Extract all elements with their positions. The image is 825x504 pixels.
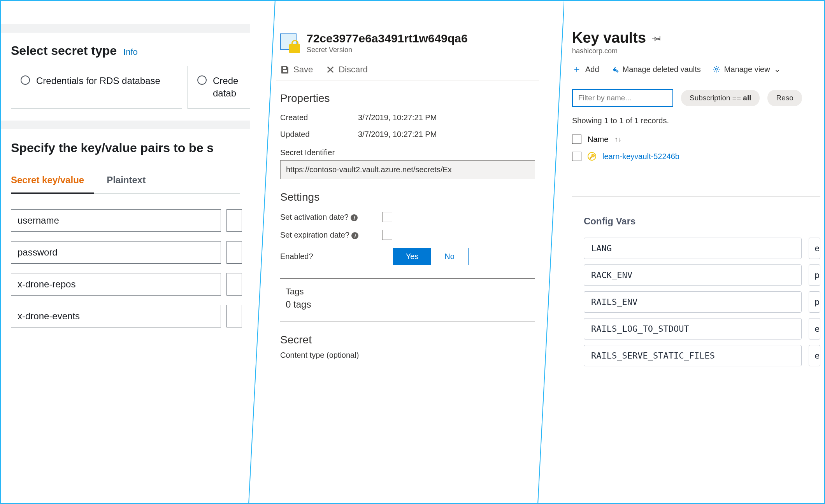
kv-row (11, 241, 240, 264)
specify-kv-heading: Specify the key/value pairs to be s (1, 129, 250, 163)
toggle-yes[interactable]: Yes (393, 248, 431, 265)
secret-type-options: Credentials for RDS database Crededatab (1, 66, 250, 121)
svg-point-0 (715, 68, 717, 70)
table-header: Name ↑↓ (572, 125, 820, 148)
config-var-value[interactable]: e (809, 345, 820, 366)
column-name[interactable]: Name (588, 135, 608, 144)
identifier-field[interactable]: https://contoso-vault2.vault.azure.net/s… (280, 160, 535, 179)
kv-value-input[interactable] (226, 241, 242, 264)
kv-key-input[interactable] (11, 273, 221, 296)
keyvaults-title-row: Key vaults (572, 12, 820, 46)
config-var-row: e (584, 238, 820, 259)
info-icon[interactable]: i (351, 214, 358, 221)
secret-heading: Secret (276, 322, 539, 351)
tab-plaintext[interactable]: Plaintext (107, 168, 156, 193)
properties-heading: Properties (276, 80, 539, 109)
pill-label: Subscription == (690, 94, 741, 102)
config-var-value[interactable]: e (809, 238, 820, 259)
plus-icon: ＋ (572, 63, 581, 75)
showing-records: Showing 1 to 1 of 1 records. (572, 107, 820, 125)
option-label: Crededatab (213, 75, 238, 100)
info-icon[interactable]: i (351, 232, 358, 239)
config-var-row: e (584, 318, 820, 340)
row-checkbox[interactable] (572, 152, 581, 161)
updated-label: Updated (280, 130, 358, 139)
manage-view-button[interactable]: Manage view ⌄ (713, 65, 781, 74)
kv-value-input[interactable] (226, 273, 242, 296)
select-secret-type-text: Select secret type (11, 44, 117, 58)
pill-value: all (743, 94, 751, 102)
close-icon (326, 65, 335, 74)
created-value: 3/7/2019, 10:27:21 PM (358, 113, 437, 122)
expiration-checkbox[interactable] (382, 230, 392, 240)
select-secret-type-heading: Select secret type Info (1, 33, 250, 66)
secret-lock-icon (280, 33, 300, 53)
kv-key-input[interactable] (11, 305, 221, 327)
config-var-name[interactable] (584, 345, 802, 366)
add-button[interactable]: ＋ Add (572, 63, 599, 75)
info-link[interactable]: Info (123, 47, 138, 57)
pin-icon[interactable] (652, 33, 662, 43)
option-rds-credentials[interactable]: Credentials for RDS database (11, 66, 182, 109)
option-other-credentials[interactable]: Crededatab (188, 66, 250, 109)
kv-value-input[interactable] (226, 305, 242, 327)
config-var-row: e (584, 345, 820, 366)
enabled-toggle[interactable]: Yes No (393, 248, 469, 265)
manage-deleted-button[interactable]: Manage deleted vaults (611, 65, 701, 74)
config-var-name[interactable] (584, 291, 802, 313)
option-label: Credentials for RDS database (36, 75, 160, 87)
config-var-name[interactable] (584, 264, 802, 286)
activation-checkbox[interactable] (382, 212, 392, 222)
select-all-checkbox[interactable] (572, 135, 581, 144)
tab-secret-key-value[interactable]: Secret key/value (11, 168, 94, 194)
config-var-value[interactable]: p (809, 264, 820, 286)
discard-label: Discard (339, 65, 368, 75)
secret-header: 72ce3977e6a3491rt1w649qa6 Secret Version (276, 24, 539, 59)
manage-deleted-label: Manage deleted vaults (623, 65, 701, 74)
secret-version-title: 72ce3977e6a3491rt1w649qa6 (307, 32, 468, 45)
radio-icon (197, 75, 207, 85)
enabled-label: Enabled? (280, 252, 377, 261)
config-var-value[interactable]: p (809, 291, 820, 313)
kv-key-input[interactable] (11, 241, 221, 264)
keyvault-name-link[interactable]: learn-keyvault-52246b (602, 152, 679, 161)
aws-secrets-panel: Select secret type Info Credentials for … (1, 1, 250, 503)
config-var-row: p (584, 291, 820, 313)
wrench-icon (611, 65, 619, 73)
setting-expiration-date: Set expiration date? i (276, 226, 539, 244)
discard-button[interactable]: Discard (326, 65, 368, 75)
kv-key-input[interactable] (11, 209, 221, 232)
divider-gray-bar (1, 121, 250, 129)
filter-input[interactable] (572, 89, 673, 107)
filter-row: Subscription == all Reso (572, 81, 820, 107)
activation-label: Set activation date? (280, 213, 349, 221)
keyvaults-subtitle: hashicorp.com (572, 47, 820, 55)
secret-toolbar: Save Discard (276, 59, 539, 80)
config-var-name[interactable] (584, 318, 802, 340)
config-var-value[interactable]: e (809, 318, 820, 340)
keyvaults-title: Key vaults (572, 30, 646, 46)
config-vars-list: e p p e e (572, 227, 820, 366)
chevron-down-icon: ⌄ (774, 65, 781, 74)
resource-filter-pill[interactable]: Reso (767, 90, 802, 106)
azure-secret-panel: 72ce3977e6a3491rt1w649qa6 Secret Version… (276, 1, 539, 503)
config-var-name[interactable] (584, 238, 802, 259)
gear-icon (713, 65, 720, 73)
config-var-row: p (584, 264, 820, 286)
kv-value-input[interactable] (226, 209, 242, 232)
sort-icon[interactable]: ↑↓ (614, 135, 621, 144)
property-created: Created 3/7/2019, 10:27:21 PM (276, 109, 539, 126)
kv-row (11, 305, 240, 327)
property-updated: Updated 3/7/2019, 10:27:21 PM (276, 126, 539, 143)
table-row[interactable]: 🔑 learn-keyvault-52246b (572, 148, 820, 165)
tags-section: Tags 0 tags (276, 279, 539, 312)
created-label: Created (280, 113, 358, 122)
toggle-no[interactable]: No (431, 248, 468, 265)
kv-tabs: Secret key/value Plaintext (11, 168, 240, 194)
keyvault-icon: 🔑 (588, 152, 596, 161)
updated-value: 3/7/2019, 10:27:21 PM (358, 130, 437, 139)
save-button[interactable]: Save (280, 65, 313, 75)
keyvaults-toolbar: ＋ Add Manage deleted vaults Manage view … (572, 55, 820, 81)
kv-row (11, 209, 240, 232)
subscription-filter-pill[interactable]: Subscription == all (681, 90, 760, 106)
